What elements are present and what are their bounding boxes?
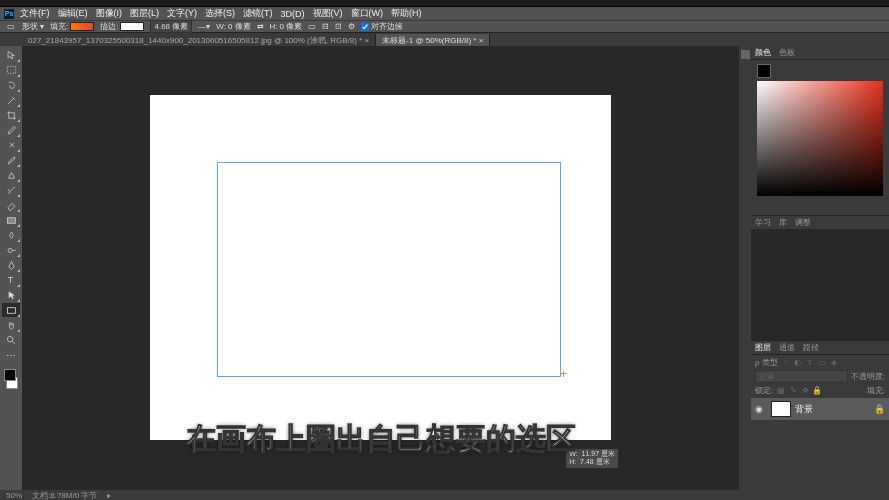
current-color-swatch[interactable]: [757, 64, 771, 78]
canvas[interactable]: + W: 11.97 厘米 H: 7.48 厘米: [150, 95, 611, 440]
type-tool-icon[interactable]: T: [2, 273, 20, 287]
layer-thumbnail[interactable]: [771, 401, 791, 417]
history-brush-tool-icon[interactable]: [2, 183, 20, 197]
filter-type-icon[interactable]: T: [805, 358, 815, 368]
menu-3d[interactable]: 3D(D): [279, 9, 307, 19]
visibility-eye-icon[interactable]: ◉: [755, 404, 767, 414]
document-tab[interactable]: 027_21843957_1370325500318_1440x900_2013…: [22, 34, 376, 46]
filter-shape-icon[interactable]: ▭: [817, 358, 827, 368]
pen-tool-icon[interactable]: [2, 258, 20, 272]
lock-transparency-icon[interactable]: ▦: [776, 386, 786, 396]
menu-edit[interactable]: 编辑(E): [56, 7, 90, 20]
color-field-picker[interactable]: [757, 81, 883, 196]
link-wh-icon[interactable]: ⇄: [257, 22, 264, 31]
path-ops-icon[interactable]: ▭: [308, 22, 316, 31]
learn-tab[interactable]: 学习: [755, 217, 771, 228]
fill-swatch[interactable]: [70, 22, 94, 31]
zoom-tool-icon[interactable]: [2, 333, 20, 347]
channels-tab[interactable]: 通道: [779, 342, 795, 353]
menu-select[interactable]: 选择(S): [203, 7, 237, 20]
crop-tool-icon[interactable]: [2, 108, 20, 122]
brush-tool-icon[interactable]: [2, 153, 20, 167]
spot-heal-tool-icon[interactable]: [2, 138, 20, 152]
foreground-color-swatch[interactable]: [4, 369, 16, 381]
menu-type[interactable]: 文字(Y): [165, 7, 199, 20]
lock-all-icon[interactable]: 🔒: [812, 386, 822, 396]
eraser-tool-icon[interactable]: [2, 198, 20, 212]
zoom-level[interactable]: 50%: [6, 491, 22, 500]
rectangle-tool-icon[interactable]: [2, 303, 20, 317]
layer-name[interactable]: 背景: [795, 403, 813, 416]
opacity-label: 不透明度:: [851, 371, 885, 382]
paths-tab[interactable]: 路径: [803, 342, 819, 353]
magic-wand-tool-icon[interactable]: [2, 93, 20, 107]
document-tab[interactable]: 未标题-1 @ 50%(RGB/8) * ×: [376, 34, 490, 46]
menu-filter[interactable]: 滤镜(T): [241, 7, 275, 20]
foreground-background-swatch[interactable]: [2, 367, 20, 391]
blur-tool-icon[interactable]: [2, 228, 20, 242]
path-select-tool-icon[interactable]: [2, 288, 20, 302]
align-edges-checkbox[interactable]: 对齐边缘: [361, 21, 403, 32]
layer-row[interactable]: ◉ 背景 🔒: [751, 398, 889, 420]
lock-indicator-icon: 🔒: [874, 404, 885, 414]
clone-stamp-tool-icon[interactable]: [2, 168, 20, 182]
menu-file[interactable]: 文件(F): [18, 7, 52, 20]
gear-icon[interactable]: ⚙: [348, 22, 355, 31]
canvas-viewport[interactable]: + W: 11.97 厘米 H: 7.48 厘米 在画布上圈出自己想要的选区: [22, 46, 739, 490]
menu-image[interactable]: 图像(I): [94, 7, 125, 20]
color-panel-tabs: 颜色 色板: [751, 46, 889, 60]
stroke-swatch[interactable]: [120, 22, 144, 31]
path-arrange-icon[interactable]: ⊡: [335, 22, 342, 31]
filter-smart-icon[interactable]: ◈: [829, 358, 839, 368]
svg-rect-4: [7, 307, 15, 313]
width-label: W:: [216, 22, 226, 31]
edit-toolbar-icon[interactable]: ⋯: [2, 348, 20, 362]
gradient-tool-icon[interactable]: [2, 213, 20, 227]
close-tab-icon[interactable]: ×: [364, 36, 369, 45]
lasso-tool-icon[interactable]: [2, 78, 20, 92]
move-tool-icon[interactable]: [2, 48, 20, 62]
right-panel-dock: 颜色 色板 学习 库 调整: [739, 46, 889, 490]
svg-text:T: T: [8, 276, 13, 285]
stroke-label: 描边:: [100, 21, 118, 32]
hand-tool-icon[interactable]: [2, 318, 20, 332]
adjustments-tab[interactable]: 调整: [795, 217, 811, 228]
filter-pixel-icon[interactable]: ▫: [781, 358, 791, 368]
layer-filter-icon[interactable]: ρ 类型: [755, 357, 778, 368]
path-align-icon[interactable]: ⊟: [322, 22, 329, 31]
shape-dropdown-icon[interactable]: ▾: [40, 22, 44, 31]
tool-preset-icon[interactable]: ▭: [6, 22, 16, 32]
dodge-tool-icon[interactable]: [2, 243, 20, 257]
fill-opacity-label: 填充:: [867, 385, 885, 396]
lock-position-icon[interactable]: ✥: [800, 386, 810, 396]
eyedropper-tool-icon[interactable]: [2, 123, 20, 137]
lock-pixels-icon[interactable]: ✎: [788, 386, 798, 396]
menu-help[interactable]: 帮助(H): [389, 7, 424, 20]
filter-adjust-icon[interactable]: ◐: [793, 358, 803, 368]
height-value[interactable]: 0 像素: [280, 21, 303, 32]
width-value[interactable]: 0 像素: [228, 21, 251, 32]
swatches-tab[interactable]: 色板: [779, 47, 795, 58]
color-tab[interactable]: 颜色: [755, 47, 771, 58]
document-tab-bar: 027_21843957_1370325500318_1440x900_2013…: [0, 33, 889, 46]
stroke-width-field[interactable]: 4.68 像素: [150, 20, 192, 33]
shape-selection-rectangle[interactable]: +: [217, 162, 561, 377]
menu-view[interactable]: 视图(V): [311, 7, 345, 20]
close-tab-icon[interactable]: ×: [479, 36, 484, 45]
svg-rect-0: [7, 66, 15, 73]
height-label: H:: [270, 22, 278, 31]
blend-mode-select[interactable]: 正常: [755, 370, 848, 383]
options-bar: ▭ 形状▾ 填充: 描边: 4.68 像素 —▾ W:0 像素 ⇄ H:0 像素…: [0, 20, 889, 33]
status-chevron-icon[interactable]: ▸: [107, 491, 111, 500]
document-info[interactable]: 文档:8.78M/0 字节: [32, 490, 97, 501]
menu-window[interactable]: 窗口(W): [349, 7, 386, 20]
svg-point-5: [7, 336, 13, 342]
layers-tab[interactable]: 图层: [755, 342, 771, 353]
svg-point-2: [8, 248, 12, 252]
menu-layer[interactable]: 图层(L): [128, 7, 161, 20]
shape-mode-label: 形状: [22, 21, 38, 32]
libraries-tab[interactable]: 库: [779, 217, 787, 228]
stroke-type-icon[interactable]: —▾: [198, 22, 210, 31]
marquee-tool-icon[interactable]: [2, 63, 20, 77]
collapsed-panel-icon[interactable]: [741, 50, 750, 59]
